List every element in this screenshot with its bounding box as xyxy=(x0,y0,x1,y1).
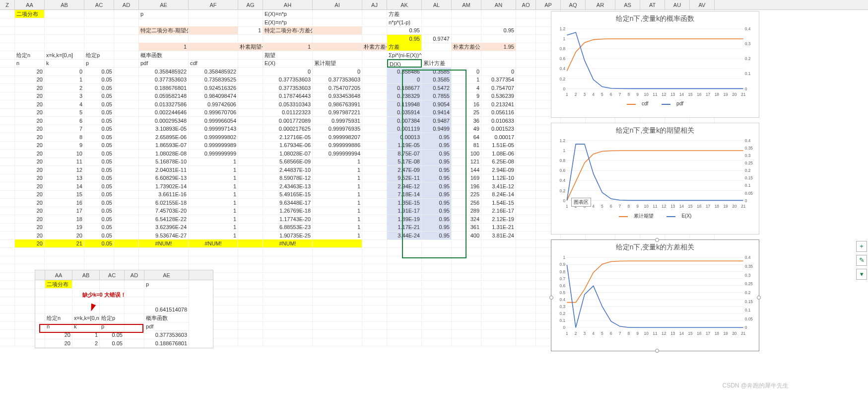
cell-cvar[interactable]: 0.95 xyxy=(422,157,452,166)
cell[interactable] xyxy=(45,256,84,264)
cell[interactable] xyxy=(422,51,452,60)
cell-n[interactable]: 20 xyxy=(15,133,45,142)
cell[interactable] xyxy=(45,18,84,27)
cell-pdf[interactable]: 0.358485922 xyxy=(139,68,189,76)
cell[interactable] xyxy=(114,150,139,158)
cell-p[interactable]: 0.05 xyxy=(84,223,114,232)
cell-p[interactable]: 0.05 xyxy=(84,150,114,158)
cell-num-err[interactable]: #NUM! xyxy=(139,239,189,248)
cell[interactable] xyxy=(0,141,15,150)
cell[interactable] xyxy=(114,133,139,142)
cell[interactable] xyxy=(452,248,481,256)
cell[interactable] xyxy=(263,281,313,289)
cell-n[interactable]: 20 xyxy=(15,207,45,215)
cell-pdf[interactable]: 0.377353603 xyxy=(139,76,189,84)
cell[interactable] xyxy=(422,264,452,273)
cell[interactable] xyxy=(238,182,263,191)
cell-ex[interactable]: 0.053310343 xyxy=(263,100,313,109)
cell-an[interactable]: 0.056116 xyxy=(481,108,516,117)
cell[interactable] xyxy=(516,174,536,182)
cell[interactable] xyxy=(238,207,263,215)
cell-cex[interactable]: 0.999999994 xyxy=(313,150,362,158)
cell-p[interactable]: 0.05 xyxy=(84,174,114,182)
cell-dx[interactable]: 1.19E-05 xyxy=(387,141,422,150)
cell[interactable] xyxy=(263,338,313,346)
cell[interactable] xyxy=(516,223,536,232)
cell[interactable] xyxy=(362,305,387,314)
cell-cdf[interactable]: 0.999999802 xyxy=(189,133,238,142)
cell[interactable] xyxy=(481,297,516,306)
cell-cex[interactable]: 1 xyxy=(313,157,362,166)
cell-pdf[interactable]: 6.54128E-22 xyxy=(139,215,189,224)
cell-cvar[interactable]: 0.9499 xyxy=(422,125,452,133)
cell-p[interactable]: 0.05 xyxy=(84,239,114,248)
cell[interactable] xyxy=(362,330,387,338)
cell[interactable] xyxy=(516,256,536,264)
cell[interactable] xyxy=(0,256,15,264)
cell-cdf[interactable]: 1 xyxy=(189,157,238,166)
cell[interactable] xyxy=(516,305,536,314)
cell-pdf[interactable]: 5.16878E-10 xyxy=(139,157,189,166)
chart-variance[interactable]: 给定n下,变量k的方差相关 00.10.20.30.40.50.60.70.80… xyxy=(551,239,759,351)
cell-n[interactable]: 20 xyxy=(15,157,45,166)
cell[interactable] xyxy=(114,92,139,100)
cell-am[interactable]: 256 xyxy=(452,199,481,207)
cell[interactable] xyxy=(238,190,263,199)
cell-an[interactable]: 0.536239 xyxy=(481,92,516,100)
cell[interactable] xyxy=(481,281,516,289)
cell-pdf[interactable]: 1.86593E-07 xyxy=(139,141,189,150)
cell-ex[interactable]: 8.59078E-12 xyxy=(263,174,313,182)
cell-k[interactable]: 8 xyxy=(45,133,84,142)
cell[interactable] xyxy=(263,272,313,281)
cell[interactable] xyxy=(114,182,139,191)
cell[interactable] xyxy=(114,26,139,35)
cell[interactable] xyxy=(422,239,452,248)
hdr-pdf[interactable]: pdf xyxy=(139,59,189,68)
cell[interactable] xyxy=(516,239,536,248)
cell-an[interactable]: 1.54E-15 xyxy=(481,199,516,207)
cell[interactable] xyxy=(387,321,422,330)
label-given-n[interactable]: 给定n xyxy=(15,51,45,60)
cell-ex[interactable]: 1.90735E-25 xyxy=(263,232,313,240)
cell-p[interactable]: 0.05 xyxy=(84,207,114,215)
cell[interactable] xyxy=(516,157,536,166)
cell-ex[interactable]: 0.178746443 xyxy=(263,92,313,100)
cell-an[interactable]: 1.12E-10 xyxy=(481,174,516,182)
cell[interactable] xyxy=(15,18,45,27)
cell-pdf[interactable]: 1.73902E-14 xyxy=(139,182,189,191)
cell-p[interactable]: 0.05 xyxy=(84,215,114,224)
cell[interactable] xyxy=(45,26,84,35)
cell[interactable] xyxy=(238,166,263,174)
val-095c[interactable]: 0.95 xyxy=(481,26,516,35)
cell[interactable] xyxy=(263,248,313,256)
cell[interactable] xyxy=(362,157,387,166)
cell[interactable] xyxy=(114,18,139,27)
cell-ex[interactable]: 2.44837E-10 xyxy=(263,166,313,174)
col-header-AH[interactable]: AH xyxy=(263,0,313,9)
cell-cdf[interactable]: 1 xyxy=(189,215,238,224)
col-header-AD[interactable]: AD xyxy=(114,0,139,9)
label-ex[interactable]: E(X)=n*p xyxy=(263,10,313,18)
cell-k[interactable]: 0 xyxy=(45,68,84,76)
cell[interactable] xyxy=(15,248,45,256)
cell[interactable] xyxy=(114,100,139,109)
cell-cdf[interactable]: 0.999997143 xyxy=(189,125,238,133)
cell[interactable] xyxy=(362,215,387,224)
cell-n[interactable]: 20 xyxy=(15,125,45,133)
cell[interactable] xyxy=(362,174,387,182)
cell-am[interactable]: 196 xyxy=(452,182,481,191)
cell[interactable] xyxy=(0,338,15,346)
val-095[interactable]: 0.95 xyxy=(387,26,422,35)
cell[interactable] xyxy=(516,281,536,289)
cell[interactable] xyxy=(516,100,536,109)
cell[interactable] xyxy=(362,264,387,273)
cell[interactable] xyxy=(516,289,536,297)
cell[interactable] xyxy=(238,76,263,84)
cell[interactable] xyxy=(452,289,481,297)
cell[interactable] xyxy=(238,281,263,289)
cell[interactable] xyxy=(313,248,362,256)
val-195[interactable]: 1.95 xyxy=(481,43,516,51)
col-header-AU[interactable]: AU xyxy=(665,0,690,9)
cell-ex[interactable]: 0.000217625 xyxy=(263,125,313,133)
cell-pdf[interactable]: 3.6611E-16 xyxy=(139,190,189,199)
